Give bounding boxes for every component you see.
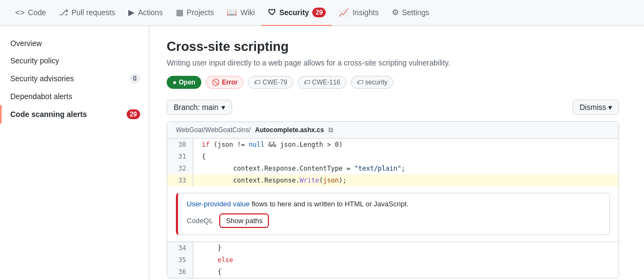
alert-rest-text: flows to here and is written to HTML or … (249, 200, 409, 208)
page-description: Writing user input directly to a web pag… (167, 58, 619, 67)
code-block: WebGoat/WebGoatCoins/Autocomplete.ashx.c… (167, 121, 619, 278)
sidebar-item-dependabot-alerts-label: Dependabot alerts (10, 92, 72, 101)
nav-code[interactable]: <> Code (9, 0, 52, 26)
code-file-header: WebGoat/WebGoatCoins/Autocomplete.ashx.c… (167, 122, 619, 139)
line-num-31: 31 (167, 151, 193, 162)
tags-row: ● Open 🚫 Error 🏷 CWE-79 🏷 CWE-116 🏷 secu… (167, 76, 619, 89)
chevron-down-icon: ▾ (221, 103, 225, 112)
shield-icon: 🛡 (268, 8, 276, 17)
line-content-35: else (193, 254, 619, 266)
nav-pull-requests[interactable]: ⎇ Pull requests (52, 0, 122, 26)
line-num-36: 36 (167, 266, 193, 278)
line-num-33: 33 (167, 174, 193, 186)
nav-settings[interactable]: ⚙ Settings (385, 0, 436, 26)
nav-settings-label: Settings (402, 8, 430, 17)
line-content-33: context.Response.Write(json); (193, 174, 619, 186)
label-icon-cwe116: 🏷 (304, 79, 310, 86)
main-content: Cross-site scripting Writing user input … (149, 26, 636, 280)
codeql-label: CodeQL (187, 217, 213, 225)
nav-security[interactable]: 🛡 Security 29 (261, 0, 333, 26)
security-advisories-badge: 0 (129, 74, 140, 83)
sidebar-item-security-advisories[interactable]: Security advisories 0 (0, 69, 149, 88)
pull-request-icon: ⎇ (59, 8, 68, 17)
nav-insights[interactable]: 📈 Insights (332, 0, 385, 26)
sidebar-item-code-scanning-alerts-label: Code scanning alerts (10, 110, 87, 119)
code-line-32: 32 context.Response.ContentType = "text/… (167, 162, 619, 174)
alert-container: User-provided value flows to here and is… (167, 186, 619, 242)
branch-label: Branch: main (174, 103, 218, 112)
actions-icon: ▶ (128, 8, 135, 17)
security-badge: 29 (312, 8, 326, 17)
code-line-30: 30 if (json != null && json.Length > 0) (167, 139, 619, 151)
projects-icon: ▦ (176, 8, 183, 17)
branch-selector[interactable]: Branch: main ▾ (167, 100, 232, 115)
line-content-34: } (193, 242, 619, 254)
tag-open[interactable]: ● Open (167, 76, 201, 89)
code-line-35: 35 else (167, 254, 619, 266)
code-scanning-alerts-badge: 29 (127, 109, 140, 119)
gear-icon: ⚙ (392, 8, 399, 17)
line-num-34: 34 (167, 242, 193, 254)
dismiss-button[interactable]: Dismiss ▾ (573, 100, 619, 115)
nav-projects[interactable]: ▦ Projects (169, 0, 221, 26)
branch-row: Branch: main ▾ Dismiss ▾ (167, 100, 619, 115)
code-line-34: 34 } (167, 242, 619, 254)
nav-insights-label: Insights (352, 8, 378, 17)
sidebar-item-security-advisories-label: Security advisories (10, 74, 74, 83)
label-icon-cwe79: 🏷 (254, 79, 260, 86)
sidebar-item-overview[interactable]: Overview (0, 35, 149, 52)
error-icon: 🚫 (212, 79, 220, 86)
nav-wiki-label: Wiki (240, 8, 254, 17)
dismiss-chevron-icon: ▾ (608, 103, 612, 112)
page-layout: Overview Security policy Security adviso… (0, 26, 644, 280)
copy-file-icon[interactable]: ⧉ (328, 126, 333, 134)
show-paths-button[interactable]: Show paths (219, 213, 269, 228)
line-num-35: 35 (167, 254, 193, 266)
sidebar: Overview Security policy Security adviso… (0, 26, 149, 280)
dismiss-label: Dismiss (580, 103, 606, 112)
code-line-36: 36 { (167, 266, 619, 278)
tag-security-label: security (365, 79, 387, 86)
nav-security-label: Security (279, 8, 309, 17)
tag-cwe116-label: CWE-116 (312, 79, 340, 86)
line-content-36: { (193, 266, 619, 278)
tag-error[interactable]: 🚫 Error (206, 76, 244, 89)
alert-text: User-provided value flows to here and is… (187, 200, 601, 208)
user-provided-value-text: User-provided value (187, 200, 249, 208)
nav-pull-requests-label: Pull requests (71, 8, 115, 17)
code-icon: <> (15, 8, 25, 17)
nav-wiki[interactable]: 📖 Wiki (220, 0, 261, 26)
line-content-32: context.Response.ContentType = "text/pla… (193, 162, 619, 174)
nav-code-label: Code (28, 8, 46, 17)
sidebar-item-security-policy[interactable]: Security policy (0, 52, 149, 69)
insights-icon: 📈 (339, 8, 349, 17)
alert-footer: CodeQL Show paths (187, 213, 601, 228)
sidebar-item-code-scanning-alerts[interactable]: Code scanning alerts 29 (0, 105, 149, 123)
tag-security[interactable]: 🏷 security (351, 76, 393, 89)
nav-actions[interactable]: ▶ Actions (122, 0, 169, 26)
show-paths-label: Show paths (226, 217, 262, 225)
line-num-30: 30 (167, 139, 193, 151)
tag-cwe79[interactable]: 🏷 CWE-79 (248, 76, 293, 89)
tag-cwe116[interactable]: 🏷 CWE-116 (298, 76, 346, 89)
tag-cwe79-label: CWE-79 (262, 79, 287, 86)
line-num-32: 32 (167, 162, 193, 174)
file-path-bold: Autocomplete.ashx.cs (255, 126, 324, 134)
file-path-prefix: WebGoat/WebGoatCoins/ (176, 126, 251, 134)
alert-box: User-provided value flows to here and is… (176, 193, 610, 235)
tag-open-label: Open (179, 79, 195, 86)
code-line-33: 33 context.Response.Write(json); (167, 174, 619, 186)
extra-code-lines: 34 } 35 else 36 { (167, 242, 619, 278)
code-line-31: 31 { (167, 151, 619, 162)
label-icon-security: 🏷 (357, 79, 363, 86)
line-content-31: { (193, 151, 619, 162)
sidebar-item-dependabot-alerts[interactable]: Dependabot alerts (0, 88, 149, 105)
top-nav: <> Code ⎇ Pull requests ▶ Actions ▦ Proj… (0, 0, 644, 26)
sidebar-item-security-policy-label: Security policy (10, 56, 59, 65)
line-content-30: if (json != null && json.Length > 0) (193, 139, 619, 151)
page-title: Cross-site scripting (167, 39, 619, 54)
tag-error-label: Error (222, 79, 238, 86)
open-dot-icon: ● (173, 79, 176, 86)
nav-actions-label: Actions (138, 8, 163, 17)
nav-projects-label: Projects (187, 8, 214, 17)
